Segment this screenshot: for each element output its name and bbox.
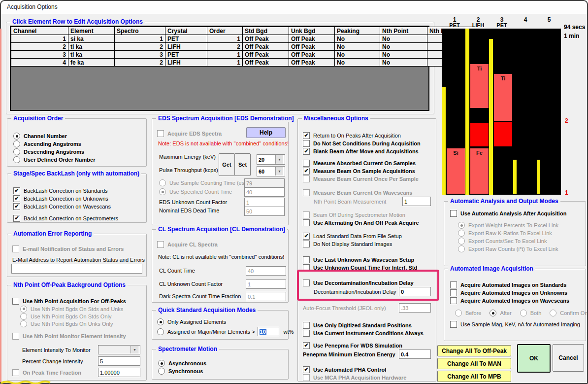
checkbox-row[interactable]: ✔Load Standard Data From File Setup: [303, 232, 431, 240]
checkbox-row[interactable]: ✔Measure Beam On Sample Acquisitions: [303, 167, 431, 175]
checkbox-row[interactable]: ✔BackLash Correction on Standards: [13, 187, 142, 195]
checkbox[interactable]: [12, 298, 19, 305]
checkbox[interactable]: [303, 175, 310, 182]
checkbox-row[interactable]: Acquire Automated Images on Wavescans: [450, 297, 582, 305]
only-assigned-radio[interactable]: [157, 318, 164, 325]
checkbox-row[interactable]: ✔Use Automated PHA Control: [303, 366, 431, 374]
sample-mag-checkbox[interactable]: [450, 321, 457, 328]
radio-button[interactable]: [158, 368, 165, 375]
field-row[interactable]: Decontamination/Incubation Delay0: [303, 287, 431, 296]
acquire-eds-checkbox[interactable]: [157, 130, 164, 137]
radio-row[interactable]: Synchronous: [158, 367, 284, 375]
radio-button[interactable]: [13, 148, 20, 155]
element-row[interactable]: 2ti ka2LIFH2Off PeakOff PeakNoNo10: [11, 43, 475, 51]
element-row[interactable]: 4fe ka2LIFH1Off PeakOff PeakNoNo10: [11, 59, 475, 67]
checkbox-row[interactable]: Use Only Digitized Standard Positions: [303, 321, 431, 329]
checkbox-row[interactable]: Measure Beam Current Once Per Sample: [303, 175, 431, 183]
checkbox[interactable]: [12, 369, 19, 376]
text-input[interactable]: 5: [98, 356, 140, 366]
radio-button[interactable]: [455, 310, 462, 316]
dark-fraction-input[interactable]: 0.1: [246, 292, 286, 301]
checkbox[interactable]: ✔: [13, 195, 20, 202]
email-notify-row[interactable]: E-mail Notification of Status and Errors: [12, 245, 124, 253]
radio-row[interactable]: Use Nth Point Bgds On Stds and Unks: [12, 305, 140, 313]
field-row[interactable]: Percent Change Intensity5: [12, 355, 140, 367]
text-input[interactable]: 1: [402, 197, 431, 206]
get-button[interactable]: Get: [219, 153, 235, 176]
radio-row[interactable]: Export Raw K-Ratios To Excel Link: [450, 229, 582, 237]
checkbox[interactable]: [303, 374, 310, 381]
radio-row[interactable]: Channel Number: [13, 132, 142, 140]
checkbox[interactable]: [303, 322, 310, 329]
text-input[interactable]: .33: [399, 303, 431, 313]
radio-button[interactable]: [520, 310, 527, 316]
radio-row[interactable]: User Defined Order Number: [13, 156, 142, 164]
major-minor-radio[interactable]: [157, 328, 164, 335]
change-all-offpeak-button[interactable]: Change All To Off-Peak: [437, 345, 511, 356]
specified-time-row[interactable]: Use Specified Count Time: [159, 188, 232, 196]
timing-radio-option[interactable]: Both: [520, 310, 542, 316]
email-address-input[interactable]: [11, 264, 142, 274]
cancel-button[interactable]: Cancel: [553, 344, 584, 372]
checkbox[interactable]: ✔: [303, 132, 310, 139]
specified-time-radio[interactable]: [159, 188, 166, 195]
acquire-cl-checkbox[interactable]: [157, 241, 164, 248]
checkbox-row[interactable]: Do Not Display Standard Images: [303, 240, 431, 248]
checkbox-row[interactable]: Use Nth Point Acquisition For Off-Peaks: [12, 297, 140, 305]
checkbox[interactable]: [12, 333, 19, 340]
checkbox-row[interactable]: ✔Return to On Peaks After Acquisition: [303, 132, 431, 140]
field-row[interactable]: Auto-Focus Threshold (JEOL only).33: [303, 303, 431, 313]
checkbox-row[interactable]: ✔Blank Beam After Move and Acquisitions: [303, 147, 431, 155]
checkbox-row[interactable]: Use Decontamination/Incubation Delay: [303, 279, 431, 287]
radio-row[interactable]: Descending Angstroms: [13, 148, 142, 156]
max-energy-dropdown[interactable]: 20▼: [257, 154, 285, 165]
timing-radio-option[interactable]: Confirm Only: [550, 310, 588, 316]
only-assigned-row[interactable]: Only Assigned Elements: [157, 318, 226, 326]
timing-radio-option[interactable]: After: [490, 310, 511, 316]
radio-button[interactable]: [20, 306, 27, 313]
checkbox[interactable]: [303, 140, 310, 147]
checkbox-row[interactable]: Acquire Automated Images on Unknowns: [450, 289, 582, 297]
checkbox-row[interactable]: Measure Beam Current On Wavescans: [303, 189, 431, 197]
chevron-down-icon[interactable]: ▼: [275, 155, 283, 164]
major-minor-input[interactable]: 10: [258, 327, 279, 336]
checkbox-row[interactable]: Beam Off During Spectrometer Motion: [303, 211, 431, 219]
checkbox-row[interactable]: ✔BackLash Correction on Spectrometers: [13, 214, 142, 222]
radio-row[interactable]: Export Counts/Sec To Excel Link: [450, 237, 582, 245]
checkbox[interactable]: [303, 279, 310, 286]
radio-button[interactable]: [20, 320, 27, 327]
sample-mag-row[interactable]: Use Sample Mag, KeV, nA for Automated Im…: [450, 320, 580, 328]
cl-count-time-input[interactable]: 40: [246, 266, 286, 276]
text-input[interactable]: 0: [399, 287, 431, 296]
email-notify-checkbox[interactable]: [12, 245, 19, 252]
ok-button[interactable]: OK: [517, 344, 551, 373]
sample-time-input[interactable]: 79: [244, 178, 285, 188]
checkbox-row[interactable]: ✔BackLash Correction on Wavescans: [13, 203, 142, 210]
checkbox[interactable]: ✔: [13, 203, 20, 210]
acquire-cl-row[interactable]: Acquire CL Spectra: [157, 241, 218, 248]
checkbox[interactable]: ✔: [303, 366, 310, 373]
checkbox[interactable]: ✔: [303, 148, 310, 155]
checkbox[interactable]: [450, 281, 457, 288]
field-row[interactable]: Penepma Minimum Electron Energy0.4: [303, 349, 431, 359]
checkbox-row[interactable]: Use Alternating On And Off Peak Acquire: [303, 219, 431, 227]
element-row[interactable]: 3ti ka3PET1Off PeakOff PeakNoNo10: [11, 51, 475, 59]
text-input[interactable]: 0.4: [399, 349, 431, 359]
sample-time-row[interactable]: Use Sample Counting Time (est.): [159, 179, 249, 187]
major-minor-row[interactable]: Assigned or Major/Minor Elements > 10 wt…: [157, 327, 294, 336]
radio-button[interactable]: [458, 245, 465, 252]
radio-button[interactable]: [13, 133, 20, 140]
radio-row[interactable]: Export Raw Counts (i*t) To Excel Link: [450, 245, 582, 253]
checkbox-row[interactable]: On Peak Time Fraction1.00000: [12, 367, 140, 378]
checkbox-row[interactable]: Use Nth Point Monitor Element Intensity: [12, 332, 140, 340]
checkbox[interactable]: [303, 211, 310, 218]
checkbox-row[interactable]: Use Current Instrument Conditions Always: [303, 329, 431, 337]
checkbox[interactable]: ✔: [13, 187, 20, 194]
radio-button[interactable]: [550, 310, 556, 316]
acquire-eds-row[interactable]: Acquire EDS Spectra: [157, 130, 222, 138]
checkbox[interactable]: [450, 297, 457, 304]
checkbox[interactable]: [303, 241, 310, 247]
chevron-down-icon[interactable]: ▼: [131, 346, 138, 353]
checkbox[interactable]: [303, 219, 310, 226]
checkbox[interactable]: ✔: [13, 215, 20, 222]
